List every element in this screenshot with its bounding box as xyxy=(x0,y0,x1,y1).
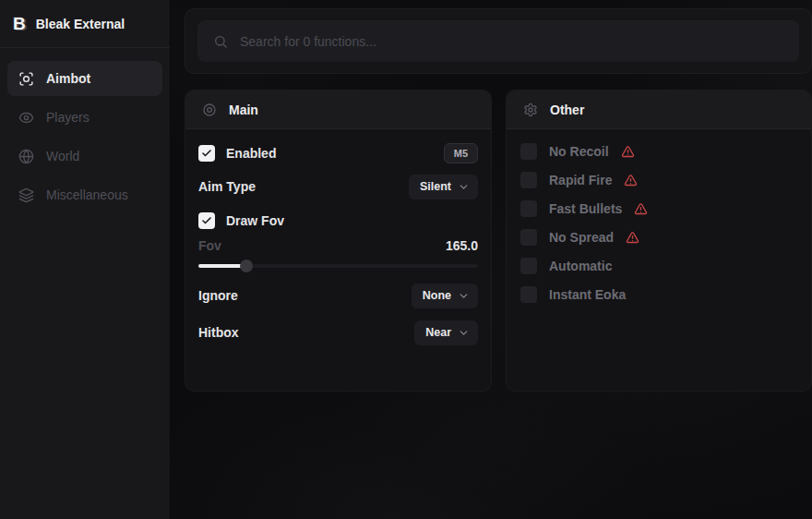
other-panel-header: Other xyxy=(507,91,811,129)
gear-icon xyxy=(523,103,538,117)
no-spread-checkbox[interactable] xyxy=(520,229,537,246)
no-spread-label: No Spread xyxy=(549,230,614,245)
warning-icon xyxy=(626,231,639,245)
fast-bullets-checkbox[interactable] xyxy=(520,200,537,217)
draw-fov-row: Draw Fov xyxy=(198,208,478,234)
chevron-down-icon xyxy=(458,327,470,339)
instant-eoka-checkbox[interactable] xyxy=(520,286,537,303)
target-icon xyxy=(202,103,217,117)
crosshair-focus-icon xyxy=(18,71,34,87)
search-box[interactable] xyxy=(197,20,799,62)
automatic-row: Automatic xyxy=(519,258,798,274)
fov-slider-fill xyxy=(198,264,246,268)
automatic-label: Automatic xyxy=(549,259,612,273)
eye-icon xyxy=(18,110,34,126)
other-panel-title: Other xyxy=(550,103,584,117)
rapid-fire-label: Rapid Fire xyxy=(549,173,612,187)
layers-icon xyxy=(18,187,34,203)
search-input[interactable] xyxy=(240,34,783,49)
fast-bullets-label: Fast Bullets xyxy=(549,201,622,216)
sidebar-header: B Bleak External xyxy=(0,0,170,48)
search-icon xyxy=(213,34,228,49)
other-panel-body: No Recoil Rapid Fire Fast Bullets No Spr… xyxy=(507,129,811,326)
sidebar-nav: Aimbot Players World xyxy=(0,48,170,225)
keybind-badge[interactable]: M5 xyxy=(444,143,478,163)
instant-eoka-row: Instant Eoka xyxy=(519,286,798,303)
hitbox-dropdown[interactable]: Near xyxy=(414,320,478,345)
sidebar-item-label: Players xyxy=(46,110,90,125)
fast-bullets-row: Fast Bullets xyxy=(519,200,798,217)
search-panel xyxy=(185,8,812,74)
chevron-down-icon xyxy=(458,290,470,302)
check-icon xyxy=(201,148,212,159)
sidebar-item-miscellaneous[interactable]: Miscellaneous xyxy=(7,177,162,212)
enabled-label: Enabled xyxy=(226,146,276,161)
aim-type-label: Aim Type xyxy=(198,179,256,194)
hitbox-label: Hitbox xyxy=(198,325,239,340)
chevron-down-icon xyxy=(458,181,470,193)
main-panel-header: Main xyxy=(185,91,491,129)
sidebar-item-players[interactable]: Players xyxy=(7,100,162,135)
enabled-checkbox[interactable] xyxy=(198,145,215,162)
sidebar-item-label: World xyxy=(46,149,79,163)
enabled-row: Enabled M5 xyxy=(198,140,478,166)
hitbox-row: Hitbox Near xyxy=(198,320,478,345)
sidebar-item-label: Miscellaneous xyxy=(46,187,128,202)
rapid-fire-checkbox[interactable] xyxy=(520,172,537,188)
instant-eoka-label: Instant Eoka xyxy=(549,287,626,302)
ignore-dropdown[interactable]: None xyxy=(412,284,478,308)
fov-slider-thumb[interactable] xyxy=(240,260,253,272)
fov-slider[interactable] xyxy=(198,260,478,272)
aim-type-row: Aim Type Silent xyxy=(198,174,478,199)
hitbox-value: Near xyxy=(425,326,451,339)
sidebar-item-aimbot[interactable]: Aimbot xyxy=(7,61,162,96)
ignore-label: Ignore xyxy=(198,288,238,303)
main-panel-title: Main xyxy=(229,103,258,117)
warning-icon xyxy=(621,145,635,159)
fov-row: Fov 165.0 xyxy=(198,235,478,256)
rapid-fire-row: Rapid Fire xyxy=(519,172,798,188)
sidebar-item-label: Aimbot xyxy=(46,71,90,86)
aim-type-dropdown[interactable]: Silent xyxy=(409,175,478,199)
draw-fov-checkbox[interactable] xyxy=(198,212,215,229)
sidebar: B Bleak External Aimbot Players xyxy=(0,0,171,519)
fov-value: 165.0 xyxy=(446,238,478,253)
no-recoil-checkbox[interactable] xyxy=(520,143,537,160)
other-panel: Other No Recoil Rapid Fire Fast Bullets xyxy=(506,90,812,392)
no-recoil-label: No Recoil xyxy=(549,144,609,159)
ignore-row: Ignore None xyxy=(198,283,478,308)
app-title: Bleak External xyxy=(36,17,125,31)
draw-fov-label: Draw Fov xyxy=(226,213,284,228)
globe-icon xyxy=(18,149,34,164)
no-spread-row: No Spread xyxy=(519,229,798,246)
warning-icon xyxy=(624,174,638,187)
ignore-value: None xyxy=(423,289,451,302)
main-panel: Main Enabled M5 Aim Type Silent xyxy=(185,90,492,392)
aim-type-value: Silent xyxy=(420,180,451,193)
app-logo-icon: B xyxy=(13,15,26,32)
fov-label: Fov xyxy=(198,238,221,253)
sidebar-item-world[interactable]: World xyxy=(7,139,162,174)
no-recoil-row: No Recoil xyxy=(519,143,798,160)
automatic-checkbox[interactable] xyxy=(520,258,537,274)
main-panel-body: Enabled M5 Aim Type Silent Draw Fov Fov … xyxy=(185,129,491,356)
warning-icon xyxy=(634,202,648,216)
check-icon xyxy=(201,215,212,226)
